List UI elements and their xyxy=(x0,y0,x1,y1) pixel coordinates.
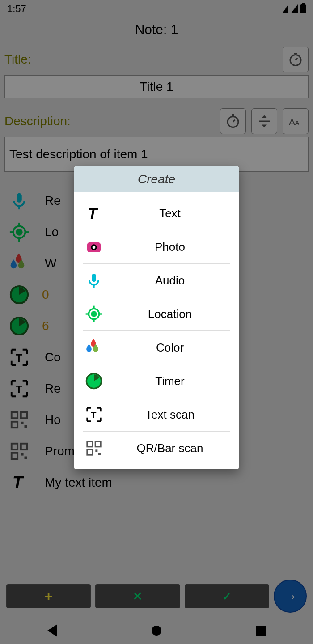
create-option-location[interactable]: Location xyxy=(83,297,230,331)
create-dialog: Create TextPhotoAudioLocationColorTimerT… xyxy=(74,166,239,469)
create-option-color[interactable]: Color xyxy=(83,331,230,364)
create-option-label: Text scan xyxy=(110,408,230,422)
create-option-timer[interactable]: Timer xyxy=(83,364,230,398)
create-option-text[interactable]: Text xyxy=(83,197,230,230)
photo-icon xyxy=(83,236,105,258)
create-option-text-scan[interactable]: Text scan xyxy=(83,398,230,432)
create-option-label: Photo xyxy=(110,240,230,254)
create-option-photo[interactable]: Photo xyxy=(83,230,230,264)
color-icon xyxy=(83,337,105,358)
create-option-audio[interactable]: Audio xyxy=(83,264,230,297)
create-option-label: Location xyxy=(110,307,230,321)
qr-icon xyxy=(83,437,105,459)
create-option-label: Audio xyxy=(110,274,230,288)
dialog-options: TextPhotoAudioLocationColorTimerText sca… xyxy=(74,192,239,469)
dialog-title: Create xyxy=(74,166,239,192)
create-option-label: Text xyxy=(110,207,230,220)
text-icon xyxy=(83,203,105,224)
create-option-qr-bar-scan[interactable]: QR/Bar scan xyxy=(83,432,230,465)
textscan-icon xyxy=(83,404,105,425)
timer-icon xyxy=(83,370,105,392)
app-screen: 1:57 Note: 1 Title: Description: ReLoW06… xyxy=(0,0,313,644)
create-option-label: QR/Bar scan xyxy=(110,441,230,455)
create-option-label: Timer xyxy=(110,374,230,388)
mic-icon xyxy=(83,270,105,291)
location-icon xyxy=(83,303,105,325)
create-option-label: Color xyxy=(110,341,230,355)
